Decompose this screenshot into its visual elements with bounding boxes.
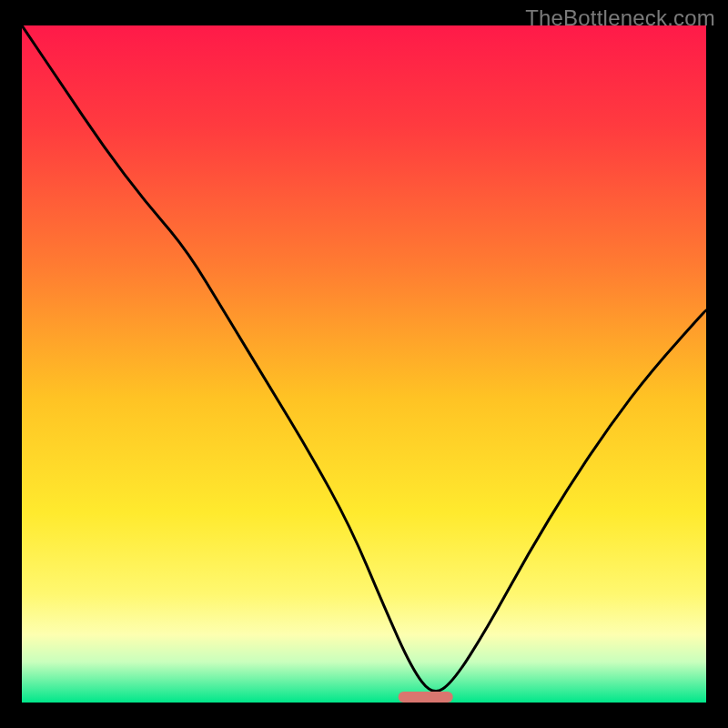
optimal-range-marker xyxy=(399,692,453,703)
watermark-text: TheBottleneck.com xyxy=(525,5,715,31)
chart-svg xyxy=(22,25,706,703)
chart-frame: TheBottleneck.com xyxy=(0,0,728,728)
chart-background xyxy=(22,25,706,703)
chart-plot-area xyxy=(22,25,706,703)
